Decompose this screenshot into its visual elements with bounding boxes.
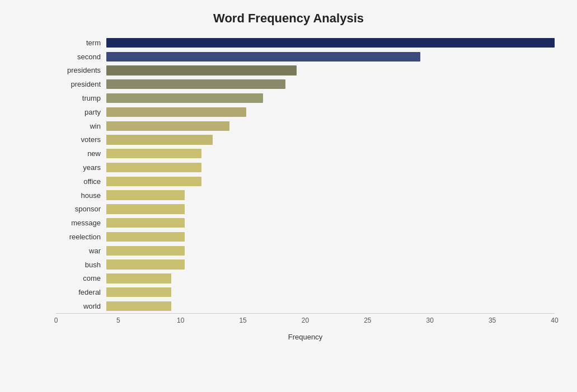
bar <box>106 163 201 172</box>
bar-row: trump <box>56 91 555 105</box>
bar-row: years <box>56 160 555 174</box>
bar-track <box>106 174 555 188</box>
bar-label: years <box>56 163 106 172</box>
bar-track <box>106 50 555 64</box>
chart-title: Word Frequency Analysis <box>22 11 555 26</box>
bar-label: office <box>56 177 106 186</box>
bar <box>106 287 171 297</box>
x-axis-ticks: 0510152025303540 <box>56 314 555 332</box>
bar-row: term <box>56 36 555 50</box>
bar-track <box>106 202 555 216</box>
bar-label: message <box>56 219 106 227</box>
bar-label: federal <box>56 288 106 296</box>
bar-track <box>106 105 555 119</box>
bar-row: president <box>56 77 555 91</box>
bar <box>106 301 171 311</box>
x-tick: 5 <box>116 317 120 324</box>
bar-track <box>106 244 555 258</box>
bar-label: voters <box>56 135 106 144</box>
bar-row: second <box>56 50 555 64</box>
bar-track <box>106 91 555 105</box>
bar <box>106 93 263 103</box>
bar-row: party <box>56 105 555 119</box>
bars-wrapper: termsecondpresidentspresidenttrumppartyw… <box>56 36 555 313</box>
bar <box>106 190 185 200</box>
bar-row: house <box>56 188 555 202</box>
x-tick: 15 <box>239 317 246 324</box>
bar-label: win <box>56 122 106 130</box>
bar-row: new <box>56 147 555 160</box>
x-tick: 25 <box>364 317 371 324</box>
bar-track <box>106 64 555 78</box>
bar-track <box>106 160 555 174</box>
bar-row: war <box>56 244 555 258</box>
bar <box>106 259 185 269</box>
bar <box>106 246 185 256</box>
bar-track <box>106 258 555 272</box>
bar-row: voters <box>56 133 555 147</box>
x-tick: 35 <box>489 317 496 324</box>
x-axis: 0510152025303540 Frequency <box>56 313 555 341</box>
bar-track <box>106 188 555 202</box>
x-tick: 30 <box>426 317 434 324</box>
bar <box>106 273 171 283</box>
bar <box>106 218 185 228</box>
bar-track <box>106 285 555 299</box>
x-tick: 20 <box>302 317 309 324</box>
bar-label: term <box>56 39 106 47</box>
x-axis-label: Frequency <box>56 333 555 341</box>
bar-label: party <box>56 108 106 116</box>
chart-area: termsecondpresidentspresidenttrumppartyw… <box>56 36 555 341</box>
bar-row: reelection <box>56 230 555 244</box>
bar-label: come <box>56 274 106 282</box>
bar <box>106 135 213 144</box>
bar-label: world <box>56 302 106 310</box>
bar <box>106 38 555 48</box>
bar-row: federal <box>56 285 555 299</box>
bar-row: world <box>56 299 555 313</box>
bar-row: office <box>56 174 555 188</box>
bar-label: bush <box>56 261 106 269</box>
bar-row: sponsor <box>56 202 555 216</box>
x-tick: 0 <box>54 317 58 324</box>
bar <box>106 177 201 186</box>
bar-label: trump <box>56 94 106 102</box>
bar-row: come <box>56 272 555 286</box>
bar <box>106 121 229 131</box>
bar-label: war <box>56 247 106 255</box>
bar <box>106 149 201 158</box>
bar <box>106 79 285 89</box>
bar <box>106 52 420 62</box>
bar-track <box>106 230 555 244</box>
x-tick: 10 <box>177 317 184 324</box>
bar-row: bush <box>56 258 555 272</box>
chart-container: Word Frequency Analysis termsecondpresid… <box>0 0 577 392</box>
bar <box>106 107 246 117</box>
bar-label: second <box>56 53 106 61</box>
bar-row: message <box>56 216 555 230</box>
bar-track <box>106 119 555 133</box>
bar-label: house <box>56 191 106 200</box>
bar-label: new <box>56 149 106 158</box>
bar-label: reelection <box>56 233 106 241</box>
bar-label: presidents <box>56 66 106 74</box>
bar-label: sponsor <box>56 205 106 213</box>
bar-track <box>106 272 555 286</box>
bar <box>106 232 185 242</box>
bar-label: president <box>56 80 106 88</box>
bar <box>106 65 297 75</box>
bar-row: win <box>56 119 555 133</box>
x-tick: 40 <box>551 317 558 324</box>
bar <box>106 204 185 214</box>
bar-track <box>106 216 555 230</box>
bar-row: presidents <box>56 64 555 78</box>
bar-track <box>106 299 555 313</box>
bar-track <box>106 147 555 160</box>
bar-track <box>106 133 555 147</box>
bar-track <box>106 77 555 91</box>
bar-track <box>106 36 555 50</box>
